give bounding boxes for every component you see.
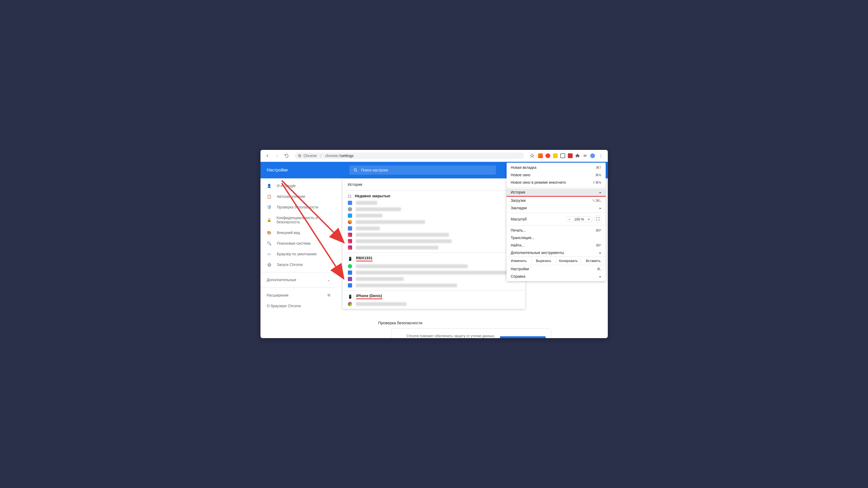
chevron-right-icon: ▸ [599, 274, 601, 279]
sidebar-item-profile[interactable]: 👤Я и Google [260, 181, 335, 191]
reload-button[interactable] [283, 152, 290, 160]
clipboard-icon: 📋 [267, 194, 272, 199]
recently-closed-label: Недавно закрытые [355, 194, 391, 198]
svg-point-4 [600, 156, 601, 156]
lock-icon: 🔒 [267, 218, 271, 222]
menu-cast[interactable]: Трансляция... [506, 234, 606, 241]
history-item[interactable] [342, 238, 525, 245]
palette-icon: 🎨 [267, 231, 272, 235]
browser-main-menu: Новая вкладка⌘T Новое окно⌘N Новое окно … [506, 163, 606, 281]
sidebar: 👤Я и Google 📋Автозаполнение 🛡️Проверка б… [260, 178, 335, 338]
search-icon: 🔍 [267, 241, 272, 246]
star-icon[interactable] [528, 152, 536, 160]
history-item[interactable] [342, 206, 525, 213]
zoom-in-button[interactable]: + [588, 217, 590, 221]
chevron-right-icon: ▸ [599, 206, 601, 210]
person-icon: 👤 [267, 184, 272, 188]
svg-line-7 [356, 171, 357, 172]
power-icon: ⏻ [267, 262, 272, 267]
device-name: iPhone (Denis) [356, 294, 382, 299]
menu-more-tools[interactable]: Дополнительные инструменты▸ [506, 249, 606, 256]
sidebar-item-safety[interactable]: 🛡️Проверка безопасности [260, 202, 335, 213]
window-icon: ▢ [348, 194, 351, 198]
chevron-right-icon: ▸ [599, 190, 601, 194]
history-item[interactable] [342, 245, 525, 251]
app-icon [348, 283, 352, 288]
menu-history[interactable]: История▸ [506, 189, 606, 197]
menu-bookmarks[interactable]: Закладки▸ [506, 204, 606, 212]
instagram-icon [348, 233, 352, 237]
history-item[interactable] [342, 225, 525, 232]
chevron-right-icon: ▸ [599, 251, 601, 255]
sidebar-item-extensions[interactable]: Расширения⧉ [260, 290, 335, 300]
browser-icon: ▭ [267, 252, 272, 256]
history-item[interactable] [342, 282, 525, 289]
phone-icon: 📱 [348, 257, 352, 261]
zoom-out-button[interactable]: − [568, 217, 570, 221]
ext-icon-4[interactable] [560, 153, 565, 158]
menu-help[interactable]: Справка▸ [506, 272, 606, 280]
history-item[interactable] [342, 276, 525, 282]
gear-icon [348, 226, 352, 231]
menu-edit-change[interactable]: Изменить [506, 257, 531, 265]
menu-edit-paste[interactable]: Вставить [581, 257, 606, 265]
menu-settings[interactable]: Настройки⌘, [506, 265, 606, 272]
extension-icons [538, 153, 595, 158]
menu-new-tab[interactable]: Новая вкладка⌘T [506, 164, 606, 171]
flask-icon [348, 201, 352, 205]
history-submenu: История ⌘Y ▢ Недавно закрытые ⇧⌘T [342, 178, 525, 309]
whatsapp-icon [348, 264, 352, 268]
menu-incognito[interactable]: Новое окно в режиме инкогнито⇧⌘N [506, 178, 606, 186]
history-item[interactable] [342, 219, 525, 225]
kebab-menu-button[interactable] [597, 152, 604, 160]
sidebar-item-startup[interactable]: ⏻Запуск Chrome [260, 259, 335, 270]
back-button[interactable] [264, 152, 271, 160]
menu-new-window[interactable]: Новое окно⌘N [506, 171, 606, 178]
menu-print[interactable]: Печать...⌘P [506, 227, 606, 234]
menu-find[interactable]: Найти...⌘F [506, 241, 606, 249]
sidebar-item-autofill[interactable]: 📋Автозаполнение [260, 191, 335, 202]
sidebar-item-appearance[interactable]: 🎨Внешний вид [260, 227, 335, 238]
zoom-value: 100 % [574, 217, 584, 221]
history-item[interactable] [342, 232, 525, 238]
search-box[interactable]: Поиск настроек [349, 166, 496, 175]
google-icon [348, 302, 352, 306]
globe-icon [348, 207, 352, 212]
sidebar-item-search[interactable]: 🔍Поисковая система [260, 238, 335, 249]
search-placeholder: Поиск настроек [361, 168, 388, 172]
ext-icon-5[interactable] [568, 153, 572, 158]
browser-toolbar: Chrome | chrome://settings [260, 150, 608, 162]
ext-icon-3[interactable] [553, 153, 558, 158]
menu-downloads[interactable]: Загрузки⌥⌘L [506, 197, 606, 204]
chrome-icon [348, 220, 352, 224]
shield-check-icon: 🛡️ [267, 205, 272, 209]
ext-icon-1[interactable] [538, 153, 543, 158]
svg-point-6 [354, 168, 356, 171]
sidebar-item-about[interactable]: О браузере Chrome [260, 300, 335, 311]
sidebar-item-advanced[interactable]: Дополнительные⌄ [260, 274, 335, 285]
url-bar[interactable]: Chrome | chrome://settings [294, 153, 524, 159]
forward-button[interactable] [273, 152, 281, 160]
history-item[interactable] [342, 200, 525, 206]
history-item[interactable] [342, 301, 525, 307]
url-label: Chrome [304, 154, 317, 158]
menu-edit-copy[interactable]: Копировать [556, 257, 581, 265]
globe-icon [298, 154, 302, 158]
fullscreen-button[interactable] [594, 216, 601, 223]
run-check-button[interactable]: Выполнить проверку [500, 336, 546, 338]
history-item[interactable] [342, 213, 525, 219]
history-title[interactable]: История [348, 182, 362, 187]
history-item[interactable] [342, 269, 525, 276]
menu-zoom: Масштаб − 100 % + [506, 214, 606, 224]
menu-edit-cut[interactable]: Вырезать [531, 257, 556, 265]
instagram-icon [348, 246, 352, 250]
phone-icon: 📱 [348, 294, 352, 299]
history-item[interactable] [342, 263, 525, 269]
music-icon[interactable] [583, 153, 588, 158]
puzzle-icon[interactable] [575, 153, 580, 158]
avatar-icon[interactable] [590, 153, 595, 158]
external-link-icon: ⧉ [328, 293, 330, 297]
sidebar-item-privacy[interactable]: 🔒Конфиденциальность и безопасность [260, 213, 335, 227]
ext-icon-2[interactable] [546, 153, 550, 158]
sidebar-item-default[interactable]: ▭Браузер по умолчанию [260, 249, 335, 259]
